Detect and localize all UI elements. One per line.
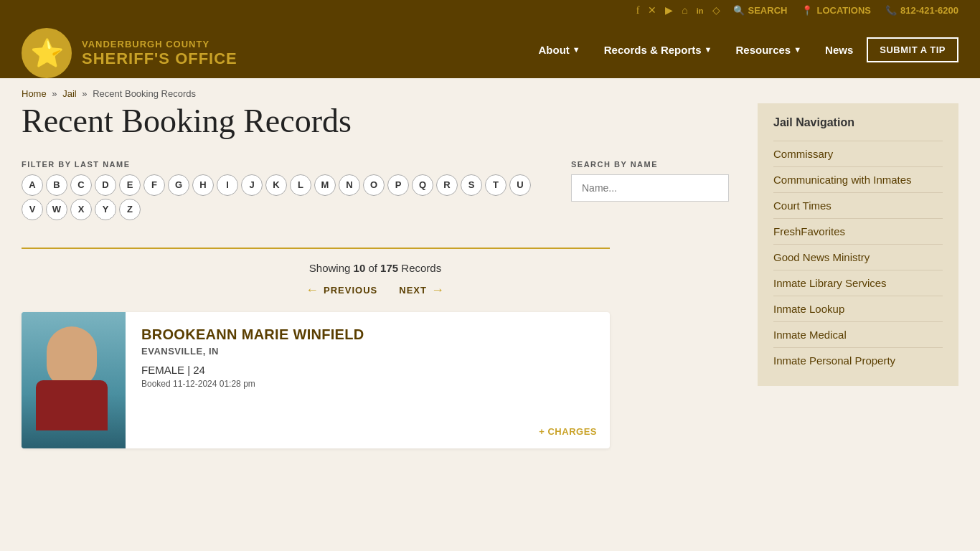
letter-h[interactable]: H — [192, 174, 214, 196]
showing-total: 175 — [380, 262, 398, 274]
twitter-x-icon[interactable]: ✕ — [648, 4, 656, 17]
letter-e[interactable]: E — [119, 174, 141, 196]
previous-label: PREVIOUS — [324, 285, 377, 296]
resources-chevron-icon: ▼ — [793, 45, 801, 54]
letter-filter-grid: A B C D E F G H I J K L M N O P Q — [22, 174, 542, 220]
sidebar-link-inmate-medical[interactable]: Inmate Medical — [773, 322, 943, 348]
letter-w[interactable]: W — [46, 199, 67, 220]
content-area: Recent Booking Records FILTER BY LAST NA… — [22, 103, 729, 448]
instagram-icon[interactable]: ◇ — [712, 4, 720, 17]
logo-text: VANDERBURGH COUNTY SHERIFF'S OFFICE — [82, 39, 237, 68]
letter-p[interactable]: P — [387, 174, 409, 196]
letter-x[interactable]: X — [70, 199, 92, 220]
locations-link[interactable]: 📍 LOCATIONS — [801, 5, 871, 16]
inmate-age: 24 — [193, 364, 205, 376]
letter-j[interactable]: J — [241, 174, 263, 196]
sidebar-title: Jail Navigation — [773, 116, 943, 129]
letter-i[interactable]: I — [217, 174, 238, 196]
letter-t[interactable]: T — [485, 174, 507, 196]
showing-prefix: Showing — [309, 262, 351, 274]
charges-button[interactable]: + CHARGES — [539, 426, 597, 437]
records-label: Records & Reports — [604, 44, 702, 56]
filter-by-last-name: FILTER BY LAST NAME A B C D E F G H I J … — [22, 160, 542, 220]
showing-suffix: Records — [401, 262, 441, 274]
breadcrumb: Home » Jail » Recent Booking Records — [0, 78, 980, 103]
submit-tip-button[interactable]: SUBMIT A TIP — [867, 37, 958, 62]
inmate-gender: FEMALE — [141, 364, 184, 376]
top-bar-links: 🔍 SEARCH 📍 LOCATIONS 📞 812-421-6200 — [733, 5, 958, 16]
inmate-card: BROOKEANN MARIE WINFIELD EVANSVILLE, IN … — [22, 312, 610, 448]
header: ⭐ VANDERBURGH COUNTY SHERIFF'S OFFICE Ab… — [0, 21, 980, 78]
next-button[interactable]: NEXT → — [399, 283, 445, 298]
inmate-photo — [22, 312, 126, 448]
letter-d[interactable]: D — [95, 174, 116, 196]
top-bar: f ✕ ▶ ⌂ in ◇ 🔍 SEARCH 📍 LOCATIONS 📞 812-… — [0, 0, 980, 21]
facebook-icon[interactable]: f — [636, 5, 640, 17]
letter-s[interactable]: S — [461, 174, 482, 196]
breadcrumb-sep2: » — [82, 88, 87, 99]
letter-z[interactable]: Z — [119, 199, 141, 220]
sidebar-link-inmate-personal-property[interactable]: Inmate Personal Property — [773, 348, 943, 373]
page-title: Recent Booking Records — [22, 103, 729, 140]
pagination-info: Showing 10 of 175 Records — [22, 262, 729, 274]
sidebar-link-inmate-lookup[interactable]: Inmate Lookup — [773, 296, 943, 322]
inmate-booked: Booked 11-12-2024 01:28 pm — [141, 379, 595, 389]
letter-o[interactable]: O — [363, 174, 385, 196]
inmate-info: BROOKEANN MARIE WINFIELD EVANSVILLE, IN … — [126, 312, 610, 448]
nav-records-reports[interactable]: Records & Reports ▼ — [594, 38, 722, 62]
nav-resources[interactable]: Resources ▼ — [726, 38, 812, 62]
letter-r[interactable]: R — [436, 174, 458, 196]
home-icon[interactable]: ⌂ — [682, 5, 687, 17]
breadcrumb-home[interactable]: Home — [22, 88, 47, 99]
inmate-photo-placeholder — [22, 312, 126, 448]
letter-l[interactable]: L — [290, 174, 311, 196]
sidebar-link-communicating-with-inmates[interactable]: Communicating with Inmates — [773, 167, 943, 193]
sidebar-link-freshfavorites[interactable]: FreshFavorites — [773, 219, 943, 245]
social-icons: f ✕ ▶ ⌂ in ◇ — [636, 4, 720, 17]
letter-v[interactable]: V — [22, 199, 43, 220]
filter-label: FILTER BY LAST NAME — [22, 160, 542, 169]
inmate-city: EVANSVILLE, IN — [141, 346, 595, 357]
search-input[interactable] — [571, 174, 729, 202]
search-by-name: SEARCH BY NAME — [571, 160, 729, 202]
letter-f[interactable]: F — [143, 174, 165, 196]
letter-c[interactable]: C — [70, 174, 92, 196]
phone-link[interactable]: 📞 812-421-6200 — [885, 5, 958, 16]
breadcrumb-current: Recent Booking Records — [93, 88, 196, 99]
sidebar-link-inmate-library-services[interactable]: Inmate Library Services — [773, 270, 943, 296]
jail-navigation: Jail Navigation Commissary Communicating… — [758, 103, 958, 386]
letter-y[interactable]: Y — [95, 199, 116, 220]
letter-b[interactable]: B — [46, 174, 67, 196]
locations-label: LOCATIONS — [816, 5, 871, 16]
nav-news[interactable]: News — [815, 38, 863, 62]
youtube-icon[interactable]: ▶ — [665, 4, 673, 17]
main-layout: Recent Booking Records FILTER BY LAST NA… — [0, 103, 980, 477]
breadcrumb-jail[interactable]: Jail — [62, 88, 77, 99]
search-label: SEARCH — [748, 5, 788, 16]
location-icon: 📍 — [801, 5, 813, 16]
linkedin-icon[interactable]: in — [697, 6, 704, 15]
search-link[interactable]: 🔍 SEARCH — [733, 5, 788, 16]
sidebar-link-court-times[interactable]: Court Times — [773, 193, 943, 219]
nav-about[interactable]: About ▼ — [529, 38, 590, 62]
left-arrow-icon: ← — [306, 283, 319, 298]
letter-m[interactable]: M — [314, 174, 336, 196]
search-icon: 🔍 — [733, 5, 745, 16]
letter-a[interactable]: A — [22, 174, 43, 196]
org-line2: SHERIFF'S OFFICE — [82, 50, 237, 68]
previous-button[interactable]: ← PREVIOUS — [306, 283, 377, 298]
resources-label: Resources — [736, 44, 791, 56]
sidebar-link-good-news-ministry[interactable]: Good News Ministry — [773, 245, 943, 270]
letter-q[interactable]: Q — [412, 174, 433, 196]
inmate-name: BROOKEANN MARIE WINFIELD — [141, 326, 595, 343]
phone-number: 812-421-6200 — [900, 5, 958, 16]
letter-k[interactable]: K — [265, 174, 287, 196]
letter-g[interactable]: G — [168, 174, 189, 196]
sheriff-star-icon: ⭐ — [30, 39, 64, 67]
booked-date: 11-12-2024 01:28 pm — [173, 379, 255, 389]
booked-label: Booked — [141, 379, 171, 389]
sidebar-link-commissary[interactable]: Commissary — [773, 141, 943, 167]
letter-u[interactable]: U — [509, 174, 531, 196]
main-nav: About ▼ Records & Reports ▼ Resources ▼ … — [529, 37, 958, 70]
letter-n[interactable]: N — [339, 174, 360, 196]
